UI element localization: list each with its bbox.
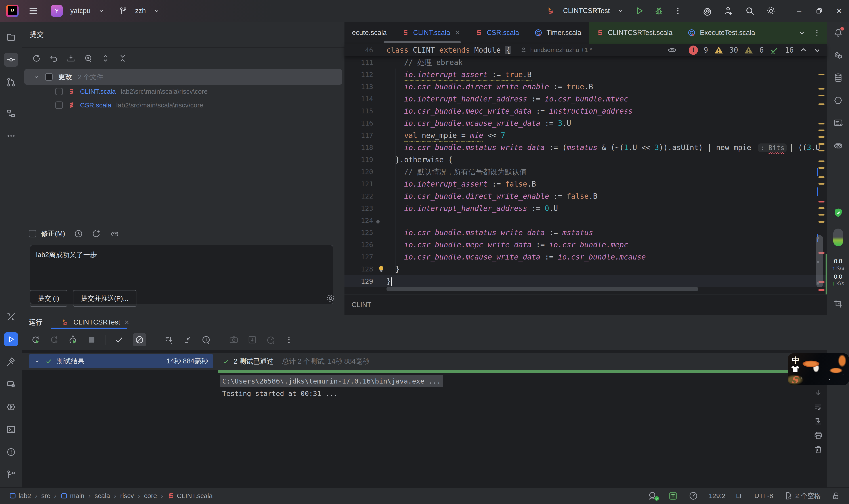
file-name[interactable]: CLINT.scala	[80, 88, 116, 95]
stripe-mark-red[interactable]	[818, 201, 825, 202]
stripe-mark-yellow[interactable]	[818, 161, 825, 162]
ai-chat-tool-button[interactable]	[831, 48, 845, 62]
ai-assistant-icon[interactable]	[702, 6, 712, 16]
memory-indicator-gauge[interactable]	[833, 229, 843, 246]
settings-gear-icon[interactable]	[766, 6, 776, 16]
editor-tab[interactable]: CSR.scala	[468, 22, 526, 44]
stripe-mark-yellow[interactable]	[818, 208, 825, 209]
debug-button[interactable]	[654, 6, 664, 16]
breadcrumb-item[interactable]: lab2	[9, 492, 31, 500]
coverage-gauge-icon[interactable]	[266, 335, 276, 345]
grammar-check-icon[interactable]	[770, 45, 779, 55]
test-results-row[interactable]: 测试结果 14秒 884毫秒	[29, 354, 213, 368]
stripe-mark-blue[interactable]	[817, 168, 818, 176]
changes-checkbox[interactable]	[45, 73, 53, 81]
breadcrumb-item[interactable]: riscv	[120, 492, 134, 500]
screenshot-crop-icon[interactable]	[831, 296, 845, 311]
editor-tab[interactable]: CLINTCSRTest.scala	[589, 22, 680, 44]
dependencies-hexagon-icon[interactable]	[831, 93, 845, 107]
performance-gauge-icon[interactable]	[688, 491, 698, 501]
test-console-output[interactable]: C:\Users\26586\.jdks\temurin-17.0.16\bin…	[222, 375, 443, 400]
code-line[interactable]: 116io.csr_bundle.mcause_write_data := 3.…	[344, 117, 827, 129]
branch-chevron-down-icon[interactable]	[153, 7, 160, 14]
editor-tab[interactable]: Timer.scala	[527, 22, 589, 44]
clear-console-trash-icon[interactable]	[814, 445, 823, 454]
stop-button[interactable]	[87, 335, 96, 345]
code-line[interactable]: 123io.interrupt_handler_address := 0.U	[344, 202, 827, 214]
code-line[interactable]: 128}	[344, 263, 827, 275]
test-snapshot-camera-icon[interactable]	[229, 335, 238, 345]
tab-options-kebab-icon[interactable]	[813, 29, 821, 37]
commit-and-push-button[interactable]: 提交并推送(P)...	[73, 290, 137, 307]
stripe-mark-yellow[interactable]	[818, 150, 825, 151]
file-lock-icon[interactable]	[831, 491, 840, 500]
stripe-mark-yellow[interactable]	[818, 88, 825, 90]
stripe-mark-yellow[interactable]	[818, 74, 825, 75]
file-checkbox[interactable]	[55, 102, 63, 109]
editor-tab[interactable]: ExecuteTest.scala	[680, 22, 762, 44]
stripe-mark-yellow[interactable]	[818, 104, 825, 105]
version-control-tool-button[interactable]	[4, 468, 18, 482]
code-line[interactable]: 119}.otherwise {	[344, 154, 827, 166]
build-tools-button[interactable]	[4, 310, 18, 324]
breadcrumb-item[interactable]: CLINT.scala	[167, 491, 213, 500]
main-menu-hamburger-icon[interactable]	[28, 6, 38, 16]
code-line[interactable]: 126io.csr_bundle.mepc_write_data := io.c…	[344, 239, 827, 251]
resume-rerun-button[interactable]	[68, 335, 78, 345]
stripe-mark-yellow[interactable]	[818, 95, 825, 96]
code-line[interactable]: 124	[344, 214, 827, 227]
editor-tab[interactable]: CLINT.scala✕	[394, 22, 468, 44]
run-config-name[interactable]: CLINTCSRTest	[563, 7, 610, 15]
tab-close-icon[interactable]: ✕	[455, 29, 460, 36]
project-avatar[interactable]: Y	[51, 5, 63, 17]
sbt-shell-button[interactable]	[4, 400, 18, 414]
soft-wrap-icon[interactable]	[814, 402, 823, 412]
stripe-mark-yellow[interactable]	[818, 183, 825, 184]
ai-generate-message-icon[interactable]	[92, 229, 101, 238]
code-line[interactable]: 121io.interrupt_assert := false.B	[344, 178, 827, 190]
vcs-author-annotation[interactable]: handsomezhuzhu +1 *	[530, 47, 592, 54]
code-line[interactable]: 115io.csr_bundle.mepc_write_data := inst…	[344, 105, 827, 117]
prev-problem-chevron-up-icon[interactable]	[799, 46, 808, 54]
inspections-shield-icon[interactable]	[831, 205, 845, 220]
stripe-mark-yellow[interactable]	[818, 167, 825, 169]
reader-mode-eye-icon[interactable]	[667, 45, 677, 55]
breadcrumb-item[interactable]: src	[41, 492, 50, 500]
window-close-button[interactable]: ✕	[829, 0, 849, 22]
error-count-icon[interactable]: !	[689, 46, 698, 55]
code-lines[interactable]: 111// 处理 ebreak112io.interrupt_assert :=…	[344, 56, 827, 287]
code-line[interactable]: 127io.csr_bundle.mcause_write_data := io…	[344, 251, 827, 263]
code-line[interactable]: 113io.csr_bundle.direct_write_enable := …	[344, 81, 827, 93]
warning-triangle-icon[interactable]	[714, 45, 724, 55]
weak-warning-triangle-icon[interactable]	[744, 45, 754, 55]
project-chevron-down-icon[interactable]	[98, 7, 105, 14]
stripe-mark-blue[interactable]	[817, 187, 818, 196]
jump-to-source-icon[interactable]	[183, 335, 192, 345]
database-tool-button[interactable]	[831, 71, 845, 85]
code-line[interactable]: 111// 处理 ebreak	[344, 56, 827, 69]
robot-checks-icon[interactable]	[110, 229, 120, 238]
changed-file-row[interactable]: CLINT.scalalab2\src\main\scala\riscv\cor…	[22, 85, 344, 98]
indent-setting[interactable]: 2 个空格	[784, 491, 821, 501]
stripe-mark-yellow[interactable]	[818, 176, 825, 178]
code-line[interactable]: 122io.csr_bundle.direct_write_enable := …	[344, 190, 827, 202]
code-line[interactable]: 129}	[344, 275, 827, 287]
tab-scrollbar-thumb[interactable]	[384, 41, 461, 43]
grammar-check-count[interactable]: 16	[785, 46, 794, 54]
shelve-icon[interactable]	[66, 54, 76, 63]
run-more-kebab-icon[interactable]	[285, 335, 293, 344]
refresh-icon[interactable]	[32, 54, 41, 63]
build-hammer-button[interactable]	[4, 355, 18, 369]
stripe-mark-yellow[interactable]	[818, 129, 825, 131]
line-separator[interactable]: LF	[736, 492, 744, 500]
run-tab-label[interactable]: CLINTCSRTest	[73, 318, 120, 326]
stripe-mark-yellow[interactable]	[818, 143, 825, 145]
code-line[interactable]: 120// 默认情况，所有信号都设为默认值	[344, 166, 827, 178]
stripe-mark-red[interactable]	[818, 289, 825, 291]
notifications-bell-icon[interactable]	[831, 26, 845, 40]
code-line[interactable]: 117val new_mpie = mie << 7	[344, 129, 827, 142]
code-line[interactable]: 118io.csr_bundle.mstatus_write_data := (…	[344, 142, 827, 154]
translation-plugin-icon[interactable]	[668, 491, 678, 501]
preview-diff-icon[interactable]	[84, 54, 93, 63]
run-tool-button[interactable]	[4, 332, 18, 346]
